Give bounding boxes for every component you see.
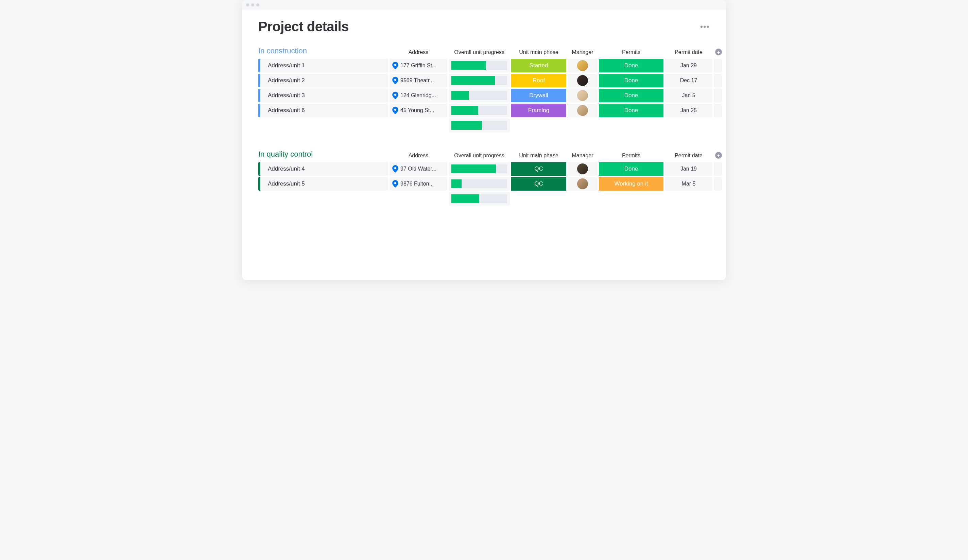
unit-name: Address/unit 4 [268, 166, 305, 172]
progress-cell[interactable] [449, 74, 510, 87]
manager-cell[interactable] [568, 104, 598, 117]
address-cell[interactable]: 177 Griffin St... [390, 59, 447, 72]
phase-cell[interactable]: Drywall [511, 89, 566, 102]
group-in_quality_control: In quality controlAddressOverall unit pr… [258, 150, 710, 205]
manager-cell[interactable] [568, 177, 598, 191]
permit-status-cell[interactable]: Done [599, 104, 663, 117]
svg-point-5 [394, 182, 396, 184]
progress-fill [451, 164, 496, 173]
table-row: Address/unit 645 Young St...FramingDoneJ… [258, 104, 710, 117]
unit-name-cell[interactable]: Address/unit 2 [258, 74, 388, 87]
progress-fill [451, 194, 479, 203]
column-header-manager[interactable]: Manager [568, 152, 598, 159]
permit-status-cell[interactable]: Done [599, 59, 663, 72]
permit-status-cell[interactable]: Done [599, 74, 663, 87]
svg-point-2 [394, 94, 396, 96]
phase-cell[interactable]: Roof [511, 74, 566, 87]
group-header: In constructionAddressOverall unit progr… [258, 46, 710, 56]
manager-cell[interactable] [568, 59, 598, 72]
more-menu-icon[interactable]: ••• [700, 22, 710, 31]
progress-fill [451, 61, 486, 70]
column-header-progress[interactable]: Overall unit progress [449, 152, 510, 159]
unit-name-cell[interactable]: Address/unit 4 [258, 162, 388, 176]
avatar [577, 60, 588, 71]
avatar [577, 75, 588, 86]
unit-name: Address/unit 5 [268, 181, 305, 187]
permit-status-cell[interactable]: Done [599, 89, 663, 102]
address-cell[interactable]: 97 Old Water... [390, 162, 447, 176]
page-content: Project details ••• In constructionAddre… [242, 10, 726, 237]
progress-bar [451, 106, 507, 115]
phase-cell[interactable]: QC [511, 162, 566, 176]
add-column-button[interactable]: + [715, 152, 722, 159]
permit-date-cell[interactable]: Dec 17 [665, 74, 713, 87]
address-cell[interactable]: 9569 Theatr... [390, 74, 447, 87]
permit-status-cell[interactable]: Working on it [599, 177, 663, 191]
unit-name-cell[interactable]: Address/unit 3 [258, 89, 388, 102]
permit-date-cell[interactable]: Jan 25 [665, 104, 713, 117]
manager-cell[interactable] [568, 162, 598, 176]
unit-name-cell[interactable]: Address/unit 5 [258, 177, 388, 191]
permit-date-cell[interactable]: Jan 19 [665, 162, 713, 176]
column-header-permits[interactable]: Permits [599, 49, 663, 56]
unit-name-cell[interactable]: Address/unit 6 [258, 104, 388, 117]
unit-name: Address/unit 6 [268, 107, 305, 114]
column-header-progress[interactable]: Overall unit progress [449, 49, 510, 56]
window-dot [251, 3, 254, 7]
column-header-permits[interactable]: Permits [599, 152, 663, 159]
group-title[interactable]: In quality control [258, 150, 388, 159]
table-row: Address/unit 59876 Fulton...QCWorking on… [258, 177, 710, 191]
window-titlebar [242, 0, 726, 10]
row-trailing-cell [714, 104, 722, 117]
manager-cell[interactable] [568, 89, 598, 102]
page-title: Project details [258, 19, 349, 34]
avatar [577, 164, 588, 174]
window-dot [246, 3, 249, 7]
location-pin-icon [392, 165, 398, 172]
group-in_construction: In constructionAddressOverall unit progr… [258, 46, 710, 132]
location-pin-icon [392, 62, 398, 69]
permit-date-cell[interactable]: Jan 29 [665, 59, 713, 72]
progress-cell[interactable] [449, 177, 510, 191]
manager-cell[interactable] [568, 74, 598, 87]
avatar [577, 105, 588, 116]
phase-cell[interactable]: Started [511, 59, 566, 72]
progress-cell[interactable] [449, 59, 510, 72]
summary-progress-cell [449, 119, 510, 132]
column-header-phase[interactable]: Unit main phase [511, 49, 566, 56]
group-rows: Address/unit 1177 Griffin St...StartedDo… [258, 59, 710, 117]
group-title[interactable]: In construction [258, 46, 388, 56]
phase-cell[interactable]: QC [511, 177, 566, 191]
address-cell[interactable]: 124 Glenridg... [390, 89, 447, 102]
avatar [577, 90, 588, 101]
progress-cell[interactable] [449, 162, 510, 176]
unit-name: Address/unit 2 [268, 77, 305, 84]
progress-bar [451, 121, 507, 130]
progress-fill [451, 91, 469, 100]
progress-bar [451, 194, 507, 203]
permit-date-cell[interactable]: Jan 5 [665, 89, 713, 102]
address-text: 9569 Theatr... [400, 78, 434, 84]
progress-cell[interactable] [449, 104, 510, 117]
address-cell[interactable]: 9876 Fulton... [390, 177, 447, 191]
svg-point-0 [394, 64, 396, 66]
unit-name: Address/unit 3 [268, 92, 305, 99]
address-cell[interactable]: 45 Young St... [390, 104, 447, 117]
column-header-address[interactable]: Address [390, 152, 447, 159]
permit-status-cell[interactable]: Done [599, 162, 663, 176]
progress-cell[interactable] [449, 89, 510, 102]
permit-date-cell[interactable]: Mar 5 [665, 177, 713, 191]
column-header-phase[interactable]: Unit main phase [511, 152, 566, 159]
column-header-manager[interactable]: Manager [568, 49, 598, 56]
progress-bar [451, 91, 507, 100]
phase-cell[interactable]: Framing [511, 104, 566, 117]
progress-bar [451, 76, 507, 85]
location-pin-icon [392, 77, 398, 84]
add-column-button[interactable]: + [715, 49, 722, 55]
column-header-permit_date[interactable]: Permit date [665, 49, 713, 56]
window-dot [256, 3, 259, 7]
table-row: Address/unit 29569 Theatr...RoofDoneDec … [258, 74, 710, 87]
unit-name-cell[interactable]: Address/unit 1 [258, 59, 388, 72]
column-header-permit_date[interactable]: Permit date [665, 152, 713, 159]
column-header-address[interactable]: Address [390, 49, 447, 56]
